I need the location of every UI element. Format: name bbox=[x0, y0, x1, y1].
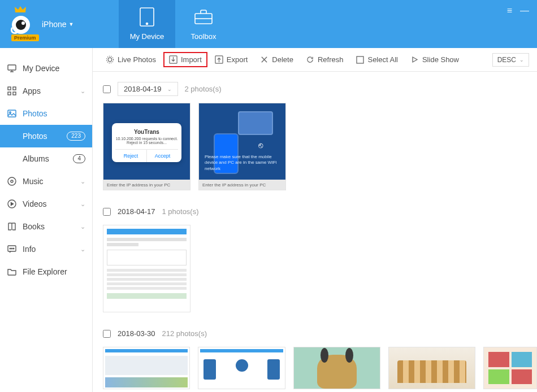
premium-badge: Premium bbox=[11, 34, 39, 41]
slide-show-button[interactable]: Slide Show bbox=[405, 53, 464, 67]
sidebar-label: My Device bbox=[23, 64, 59, 73]
sidebar-item-apps[interactable]: Apps ⌄ bbox=[0, 80, 92, 102]
tab-label: My Device bbox=[130, 32, 164, 41]
refresh-button[interactable]: Refresh bbox=[301, 53, 349, 67]
svg-rect-7 bbox=[8, 65, 16, 70]
group-checkbox[interactable] bbox=[103, 85, 111, 93]
date-group-header: 2018-04-17 1 photos(s) bbox=[103, 205, 537, 218]
sidebar-subitem-photos[interactable]: Photos 223 bbox=[0, 125, 92, 147]
sidebar-label: Books bbox=[23, 222, 45, 231]
chevron-down-icon: ⌄ bbox=[167, 86, 172, 92]
toolbox-icon bbox=[194, 7, 213, 27]
sidebar-label: Photos bbox=[23, 132, 47, 141]
photo-count-label: 1 photos(s) bbox=[162, 207, 199, 216]
group-checkbox[interactable] bbox=[103, 330, 111, 338]
photo-thumbnail[interactable] bbox=[198, 347, 285, 389]
photo-thumbnail[interactable] bbox=[293, 347, 380, 389]
sidebar-item-videos[interactable]: Videos ⌄ bbox=[0, 193, 92, 215]
import-button[interactable]: Import bbox=[163, 52, 207, 67]
sidebar-item-photos[interactable]: Photos bbox=[0, 102, 92, 125]
sidebar-item-info[interactable]: Info ⌄ bbox=[0, 238, 92, 260]
date-label: 2018-04-19 bbox=[124, 85, 162, 93]
date-group-header: 2018-03-30 212 photos(s) bbox=[103, 327, 537, 340]
date-group-header: 2018-04-19 ⌄ 2 photos(s) bbox=[103, 82, 537, 96]
monitor-icon bbox=[7, 63, 17, 73]
sidebar-subitem-albums[interactable]: Albums 4 bbox=[0, 147, 92, 170]
count-badge: 4 bbox=[73, 154, 85, 163]
group-checkbox[interactable] bbox=[103, 208, 111, 216]
close-icon bbox=[260, 55, 268, 64]
chevron-down-icon: ⌄ bbox=[80, 246, 85, 253]
book-icon bbox=[7, 221, 17, 232]
checkbox-icon bbox=[356, 55, 364, 64]
svg-point-20 bbox=[13, 248, 14, 249]
sidebar-label: Albums bbox=[23, 154, 49, 163]
sidebar-item-my-device[interactable]: My Device bbox=[0, 57, 92, 80]
minimize-icon[interactable]: — bbox=[520, 6, 529, 16]
photo-thumbnail[interactable] bbox=[388, 347, 475, 389]
chevron-down-icon: ⌄ bbox=[80, 178, 85, 185]
delete-button[interactable]: Delete bbox=[255, 53, 298, 67]
photo-thumbnail[interactable]: ⎋ Please make sure that the mobile devic… bbox=[198, 103, 286, 190]
count-badge: 223 bbox=[67, 132, 85, 141]
chevron-down-icon: ⌄ bbox=[80, 223, 85, 230]
svg-point-19 bbox=[11, 248, 12, 249]
folder-icon bbox=[7, 267, 17, 277]
tablet-icon bbox=[137, 7, 157, 27]
sidebar-label: Apps bbox=[23, 86, 41, 95]
toolbar: Live Photos Import Export Delete Refresh… bbox=[93, 48, 537, 72]
button-label: Export bbox=[227, 55, 248, 64]
select-all-button[interactable]: Select All bbox=[350, 53, 402, 67]
svg-rect-8 bbox=[8, 87, 11, 90]
photo-thumbnail[interactable] bbox=[483, 347, 537, 389]
sidebar-item-books[interactable]: Books ⌄ bbox=[0, 215, 92, 238]
button-label: Import bbox=[181, 55, 202, 64]
button-label: Slide Show bbox=[422, 55, 459, 64]
tab-label: Toolbox bbox=[191, 32, 216, 41]
svg-point-1 bbox=[16, 20, 26, 30]
image-icon bbox=[7, 108, 17, 119]
export-button[interactable]: Export bbox=[210, 53, 253, 67]
photo-thumbnail[interactable] bbox=[103, 347, 190, 389]
svg-point-15 bbox=[11, 180, 13, 182]
chevron-down-icon: ⌄ bbox=[519, 57, 524, 63]
refresh-icon bbox=[306, 55, 314, 64]
live-photos-button[interactable]: Live Photos bbox=[101, 53, 161, 67]
svg-point-2 bbox=[21, 21, 25, 25]
chevron-down-icon: ▼ bbox=[69, 21, 74, 27]
tab-toolbox[interactable]: Toolbox bbox=[175, 0, 232, 48]
photo-count-label: 212 photos(s) bbox=[162, 329, 207, 338]
photo-count-label: 2 photos(s) bbox=[185, 85, 222, 93]
svg-rect-12 bbox=[8, 110, 16, 117]
chevron-down-icon: ⌄ bbox=[80, 201, 85, 208]
chat-icon bbox=[7, 244, 17, 254]
sidebar: My Device Apps ⌄ Photos Photos 223 Album… bbox=[0, 48, 93, 392]
button-label: Delete bbox=[272, 55, 293, 64]
sort-label: DESC bbox=[497, 56, 516, 64]
live-photos-icon bbox=[106, 55, 114, 64]
grid-icon bbox=[7, 86, 17, 96]
window-controls: ≡ — bbox=[507, 0, 537, 48]
sidebar-item-file-explorer[interactable]: File Explorer bbox=[0, 260, 92, 283]
play-icon bbox=[410, 55, 419, 64]
menu-icon[interactable]: ≡ bbox=[507, 6, 512, 16]
svg-rect-11 bbox=[13, 92, 16, 95]
device-selector[interactable]: iPhone ▼ bbox=[42, 20, 74, 29]
play-circle-icon bbox=[7, 199, 17, 209]
export-icon bbox=[215, 55, 223, 64]
svg-point-21 bbox=[108, 58, 112, 62]
button-label: Refresh bbox=[318, 55, 344, 64]
svg-rect-9 bbox=[13, 87, 16, 90]
tab-my-device[interactable]: My Device bbox=[119, 0, 175, 48]
sidebar-item-music[interactable]: Music ⌄ bbox=[0, 170, 92, 193]
photo-thumbnail[interactable]: YouTrans 10.10.200.200 requests to conne… bbox=[103, 103, 190, 190]
sort-dropdown[interactable]: DESC ⌄ bbox=[492, 53, 529, 67]
svg-point-14 bbox=[8, 177, 16, 185]
photo-thumbnail[interactable] bbox=[103, 225, 190, 312]
sidebar-label: File Explorer bbox=[23, 267, 67, 276]
photo-content: 2018-04-19 ⌄ 2 photos(s) YouTrans 10.10.… bbox=[93, 72, 537, 392]
date-dropdown[interactable]: 2018-04-19 ⌄ bbox=[118, 82, 178, 96]
chevron-down-icon: ⌄ bbox=[80, 88, 85, 95]
sidebar-label: Music bbox=[23, 177, 44, 186]
svg-rect-10 bbox=[8, 92, 11, 95]
